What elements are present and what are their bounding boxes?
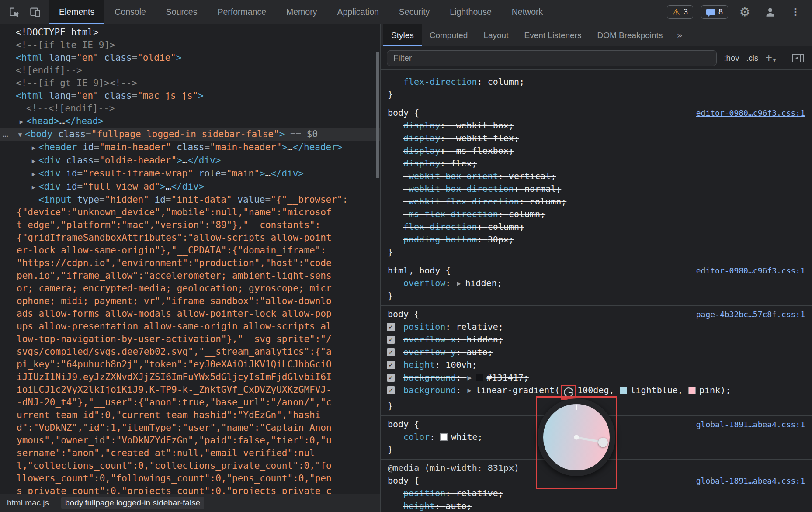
dom-node[interactable]: <!--[if lte IE 9]> [0,39,380,52]
dom-node[interactable]: iJIUzI1NiJ9.eyJzZXNvdXJjZSI6ImFuYWx5dGlj… [0,371,380,384]
tab-sources[interactable]: Sources [156,0,208,24]
tab-security[interactable]: Security [389,0,440,24]
dom-node[interactable]: llowers_count":0,"followings_count":0,"p… [0,472,380,485]
dom-node[interactable]: ▸<div id="result-iframe-wrap" role="main… [0,167,380,180]
css-declaration[interactable]: -webkit-box-direction: normal; [381,183,812,195]
css-declaration[interactable]: height: auto; [381,500,812,512]
dom-node-selected[interactable]: …▾<body class="fullpage logged-in sideba… [0,128,380,141]
dom-node[interactable]: <![endif]--> [0,64,380,77]
expand-arrow-icon[interactable]: ▸ [29,155,38,167]
dom-node[interactable]: pi_key":"64puhuch8n2j","token":"eyJ0eXAi… [0,358,380,371]
dom-node[interactable]: ▸<header id="main-header" class="main-he… [0,141,380,154]
dom-node[interactable]: or; camera; encrypted-media; geolocation… [0,282,380,295]
toggle-element-classes-button[interactable]: .cls [746,53,758,63]
tab-network[interactable]: Network [502,0,553,24]
more-tabs-icon[interactable]: » [670,24,688,46]
expand-value-icon[interactable]: ▶ [457,277,461,290]
css-declaration[interactable]: ✓height: 100vh; [381,359,812,371]
toggle-pseudo-classes-button[interactable]: :hov [724,53,739,63]
dom-node[interactable]: <!--<![endif]--> [0,102,380,115]
dom-node[interactable]: urrent_team_id":0,"current_team_hashid":… [0,409,380,422]
tab-performance[interactable]: Performance [207,0,276,24]
dom-node[interactable]: -dNJ-20_t4"},"__user":{"anon":true,"base… [0,396,380,409]
stylesheet-link[interactable]: page-4b32bc…57c8f.css:1 [696,308,805,321]
css-declaration[interactable]: ✓position: relative; [381,321,812,333]
sidebar-tab-computed[interactable]: Computed [422,24,476,46]
styles-filter-input[interactable] [387,50,717,66]
dom-node[interactable]: low-top-navigation-by-user-activation"},… [0,333,380,346]
elements-scrollbar[interactable] [376,52,379,178]
tab-application[interactable]: Application [327,0,389,24]
stylesheet-link[interactable]: editor-0980…c96f3.css:1 [696,264,805,277]
dom-node[interactable]: <!DOCTYPE html> [0,26,380,39]
breadcrumb-body[interactable]: body.fullpage.logged-in.sidebar-false [61,497,204,509]
dom-node[interactable]: ymous","owner_id":"VoDkNZYdEzGn","paid":… [0,434,380,447]
expand-arrow-icon[interactable]: ▸ [29,181,38,194]
rule-selector[interactable]: body { [388,308,419,321]
rule-selector[interactable]: body { [388,418,419,431]
new-style-rule-button[interactable]: + ▾ [765,52,776,64]
messages-badge[interactable]: 8 [701,5,728,19]
tab-lighthouse[interactable]: Lighthouse [440,0,501,24]
css-declaration[interactable]: display: flex; [381,157,812,170]
dom-node[interactable]: <!--[if gt IE 9]><!--> [0,77,380,90]
dom-node[interactable]: t edge","platform":"mac","version":"89"}… [0,219,380,232]
dom-node[interactable]: sername":"anon","created_at":null,"email… [0,447,380,460]
dom-node[interactable]: ophone; midi; payment; vr","iframe_sandb… [0,295,380,308]
sidebar-tab-event-listeners[interactable]: Event Listeners [516,24,589,46]
dom-node[interactable]: d":"VoDkNZ","id":1,"itemType":"user","na… [0,422,380,434]
dom-node[interactable]: pen.io","iframe_allow":"accelerometer; a… [0,270,380,282]
dom-node[interactable]: ▸<div class="oldie-header">…</div> [0,154,380,167]
declaration-checkbox[interactable]: ✓ [387,323,395,331]
color-swatch[interactable] [440,433,448,441]
dom-node[interactable]: {"device":"unknown_device","mobile":null… [0,206,380,219]
more-options-button[interactable]: ⋮ [787,3,804,21]
css-declaration[interactable]: padding-bottom: 30px; [381,233,812,246]
rule-selector[interactable]: html, body { [388,264,451,277]
tab-elements[interactable]: Elements [49,0,104,24]
toggle-computed-sidebar-button[interactable] [790,52,806,65]
dom-node[interactable]: ▸<div id="full-view-ad">…</div> [0,180,380,194]
stylesheet-link[interactable]: global-1891…abea4.css:1 [696,418,805,431]
css-declaration[interactable]: flex-direction: column; [381,76,812,88]
declaration-checkbox[interactable]: ✓ [387,336,395,344]
device-toolbar-button[interactable] [26,3,44,21]
dom-node[interactable]: ioiLCJ1c2VyX2lkIjoiKiJ9.K-TP9-k-_ZnktGVf… [0,384,380,396]
expand-arrow-icon[interactable]: ▸ [29,142,38,154]
expand-arrow-icon[interactable]: ▸ [29,168,38,180]
tab-console[interactable]: Console [104,0,156,24]
css-declaration[interactable]: -ms-flex-direction: column; [381,208,812,221]
expand-value-icon[interactable]: ▶ [468,384,472,397]
angle-picker-icon[interactable] [564,387,573,397]
declaration-checkbox[interactable]: ✓ [387,386,395,394]
declaration-checkbox[interactable]: ✓ [387,348,395,356]
dom-node[interactable]: s_private_count":0,"projects_count":0,"p… [0,485,380,494]
stylesheet-link[interactable]: global-1891…abea4.css:1 [696,474,805,487]
dom-node[interactable]: l,"collections_count":0,"collections_pri… [0,460,380,472]
angle-dial-hand[interactable] [576,436,604,443]
css-declaration[interactable]: -webkit-flex-direction: column; [381,195,812,208]
css-declaration[interactable]: display: -webkit-flex; [381,132,812,145]
inspect-element-button[interactable] [5,3,23,21]
css-declaration[interactable]: ✓overflow-x: hidden; [381,333,812,346]
declaration-checkbox[interactable]: ✓ [387,361,395,369]
collapse-arrow-icon[interactable]: ▾ [15,128,25,141]
dom-node[interactable]: ads allow-forms allow-modals allow-point… [0,308,380,320]
color-swatch[interactable] [620,387,627,394]
dom-node[interactable]: ups allow-presentation allow-same-origin… [0,320,380,333]
expand-arrow-icon[interactable]: ▸ [17,115,26,128]
color-swatch[interactable] [688,387,696,394]
css-declaration[interactable]: overflow: ▶hidden; [381,277,812,290]
dom-node[interactable]: <input type="hidden" id="init-data" valu… [0,194,380,206]
dom-node[interactable]: {"gridIframeSandboxAttributes":"allow-sc… [0,232,380,244]
angle-dial[interactable] [538,398,615,476]
warnings-badge[interactable]: ⚠ 3 [667,5,693,19]
css-declaration[interactable]: ✓background: ▶#131417; [381,371,812,384]
sidebar-tab-layout[interactable]: Layout [475,24,516,46]
dom-node[interactable]: <html lang="en" class="oldie"> [0,52,380,64]
expand-value-icon[interactable]: ▶ [468,371,472,384]
css-declaration[interactable]: -webkit-box-orient: vertical; [381,170,812,183]
css-declaration[interactable]: display: -ms-flexbox; [381,145,812,157]
css-declaration[interactable]: ✓overflow-y: auto; [381,346,812,359]
dom-node[interactable]: ▸<head>…</head> [0,115,380,128]
